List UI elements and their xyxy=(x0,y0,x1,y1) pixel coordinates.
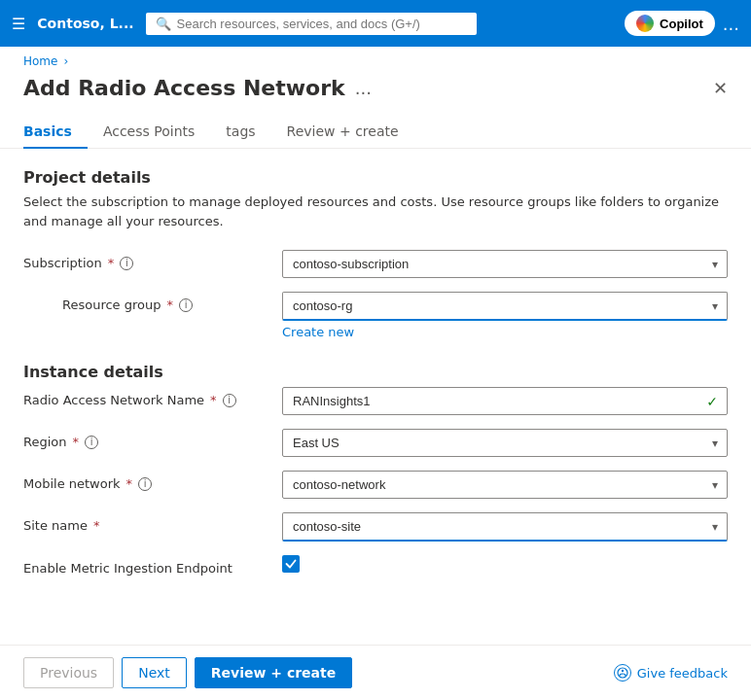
site-name-select-wrapper: contoso-site ▾ xyxy=(282,512,728,542)
instance-details-title: Instance details xyxy=(23,363,728,381)
feedback-icon xyxy=(614,664,631,682)
ran-name-label: Radio Access Network Name xyxy=(23,393,204,407)
ran-name-control: RANInsights1 ✓ xyxy=(282,387,728,415)
copilot-label: Copilot xyxy=(660,17,703,31)
metric-ingestion-checkbox[interactable] xyxy=(282,555,300,573)
ran-name-required: * xyxy=(210,393,217,407)
site-name-label-col: Site name * xyxy=(23,512,267,533)
region-field: Region * i East US ▾ xyxy=(23,429,728,457)
mobile-network-control: contoso-network ▾ xyxy=(282,471,728,499)
subscription-select[interactable]: contoso-subscription xyxy=(282,250,728,278)
review-create-button[interactable]: Review + create xyxy=(195,657,352,688)
subscription-control: contoso-subscription ▾ xyxy=(282,250,728,278)
mobile-network-select[interactable]: contoso-network xyxy=(282,471,728,499)
previous-button[interactable]: Previous xyxy=(23,657,114,688)
mobile-network-select-wrapper: contoso-network ▾ xyxy=(282,471,728,499)
instance-details-section: Instance details Radio Access Network Na… xyxy=(23,363,728,576)
ran-name-select[interactable]: RANInsights1 xyxy=(282,387,728,415)
region-select-wrapper: East US ▾ xyxy=(282,429,728,457)
tab-access-points[interactable]: Access Points xyxy=(88,116,210,149)
site-name-control: contoso-site ▾ xyxy=(282,512,728,542)
site-name-field: Site name * contoso-site ▾ xyxy=(23,512,728,542)
subscription-required: * xyxy=(108,256,115,270)
topnav-right: Copilot ... xyxy=(625,11,739,36)
checkmark-icon: ✓ xyxy=(706,394,718,409)
project-details-title: Project details xyxy=(23,168,728,187)
subscription-label: Subscription xyxy=(23,256,102,270)
metric-ingestion-label: Enable Metric Ingestion Endpoint xyxy=(23,561,232,576)
site-name-select[interactable]: contoso-site xyxy=(282,512,728,542)
page-title: Add Radio Access Network xyxy=(23,76,345,100)
mobile-network-info-icon[interactable]: i xyxy=(138,477,152,491)
footer-bar: Previous Next Review + create Give feedb… xyxy=(0,645,751,700)
tab-review-create[interactable]: Review + create xyxy=(271,116,414,149)
resource-group-required: * xyxy=(167,298,174,312)
create-new-link[interactable]: Create new xyxy=(282,325,728,339)
region-control: East US ▾ xyxy=(282,429,728,457)
metric-ingestion-label-col: Enable Metric Ingestion Endpoint xyxy=(23,555,267,576)
tab-tags[interactable]: tags xyxy=(210,116,270,149)
checkmark-icon xyxy=(285,558,297,570)
main-content: Project details Select the subscription … xyxy=(0,149,751,645)
give-feedback-button[interactable]: Give feedback xyxy=(614,664,728,682)
breadcrumb: Home › xyxy=(0,47,751,72)
site-name-required: * xyxy=(93,518,100,533)
mobile-network-label: Mobile network xyxy=(23,476,121,491)
site-name-label: Site name xyxy=(23,518,88,533)
region-info-icon[interactable]: i xyxy=(85,436,98,449)
ran-name-field: Radio Access Network Name * i RANInsight… xyxy=(23,387,728,415)
mobile-network-label-col: Mobile network * i xyxy=(23,471,267,491)
region-required: * xyxy=(73,435,80,449)
page-header: Add Radio Access Network ... ✕ xyxy=(0,72,751,100)
close-button[interactable]: ✕ xyxy=(713,78,728,99)
copilot-icon xyxy=(636,15,654,32)
resource-group-info-icon[interactable]: i xyxy=(179,298,193,312)
subscription-label-col: Subscription * i xyxy=(23,250,267,270)
tab-basics[interactable]: Basics xyxy=(23,116,88,149)
resource-group-label-col: Resource group * i xyxy=(62,292,267,312)
page-title-row: Add Radio Access Network ... xyxy=(23,76,372,100)
tab-bar: Basics Access Points tags Review + creat… xyxy=(0,100,751,149)
copilot-button[interactable]: Copilot xyxy=(625,11,715,36)
subscription-field: Subscription * i contoso-subscription ▾ xyxy=(23,250,728,278)
resource-group-control: contoso-rg ▾ Create new xyxy=(282,292,728,339)
region-label: Region xyxy=(23,435,67,449)
next-button[interactable]: Next xyxy=(122,657,187,688)
region-select[interactable]: East US xyxy=(282,429,728,457)
hamburger-menu-icon[interactable]: ☰ xyxy=(12,15,25,33)
resource-group-select-wrapper: contoso-rg ▾ xyxy=(282,292,728,321)
subscription-info-icon[interactable]: i xyxy=(120,257,133,270)
org-title: Contoso, L... xyxy=(37,16,133,31)
resource-group-label: Resource group xyxy=(62,298,161,312)
ran-name-select-wrapper: RANInsights1 ✓ xyxy=(282,387,728,415)
more-options-icon[interactable]: ... xyxy=(723,14,739,34)
metric-ingestion-control xyxy=(282,555,728,573)
ran-name-info-icon[interactable]: i xyxy=(223,394,236,407)
region-label-col: Region * i xyxy=(23,429,267,449)
breadcrumb-home[interactable]: Home xyxy=(23,54,57,68)
search-input[interactable] xyxy=(177,17,467,31)
page-options-icon[interactable]: ... xyxy=(355,78,372,98)
project-details-desc: Select the subscription to manage deploy… xyxy=(23,192,728,230)
breadcrumb-separator: › xyxy=(63,54,68,68)
project-details-section: Project details Select the subscription … xyxy=(23,168,728,339)
resource-group-select[interactable]: contoso-rg xyxy=(282,292,728,321)
ran-name-label-col: Radio Access Network Name * i xyxy=(23,387,267,407)
mobile-network-required: * xyxy=(126,476,133,491)
search-icon: 🔍 xyxy=(156,17,171,31)
mobile-network-field: Mobile network * i contoso-network ▾ xyxy=(23,471,728,499)
svg-point-1 xyxy=(618,668,627,678)
svg-point-0 xyxy=(622,670,624,672)
subscription-select-wrapper: contoso-subscription ▾ xyxy=(282,250,728,278)
top-navigation: ☰ Contoso, L... 🔍 Copilot ... xyxy=(0,0,751,47)
resource-group-field: Resource group * i contoso-rg ▾ Create n… xyxy=(23,292,728,339)
search-box[interactable]: 🔍 xyxy=(146,13,477,35)
give-feedback-label: Give feedback xyxy=(637,666,728,681)
metric-ingestion-checkbox-wrapper xyxy=(282,555,728,573)
metric-ingestion-field: Enable Metric Ingestion Endpoint xyxy=(23,555,728,576)
footer-right: Give feedback xyxy=(614,664,728,682)
